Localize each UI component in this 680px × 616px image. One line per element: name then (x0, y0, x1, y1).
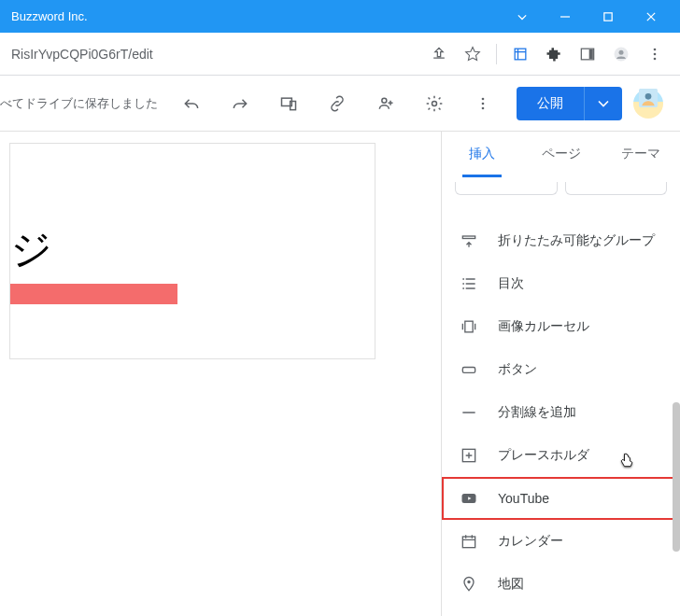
svg-point-13 (482, 97, 485, 100)
tab-indicator (462, 175, 502, 177)
insert-item-placeholder[interactable]: プレースホルダ (442, 434, 680, 477)
page-card[interactable]: ジ (9, 143, 375, 359)
insert-item-label: 地図 (498, 576, 524, 593)
tab-page[interactable]: ページ (521, 133, 601, 175)
insert-item-label: 画像カルーセル (498, 318, 589, 335)
collapse-icon (459, 231, 479, 251)
divider (496, 44, 497, 64)
svg-rect-23 (462, 537, 475, 548)
insert-item-label: 目次 (498, 275, 524, 292)
devices-preview-icon[interactable] (277, 92, 300, 115)
sites-extension-icon[interactable] (506, 40, 534, 68)
side-panel-icon[interactable] (574, 40, 602, 68)
more-icon[interactable] (472, 92, 494, 115)
svg-rect-19 (465, 321, 473, 332)
insert-list: 折りたたみ可能なグループ目次画像カルーセルボタン分割線を追加プレースホルダYou… (442, 219, 680, 606)
browser-menu-icon[interactable] (641, 40, 669, 68)
placeholder-icon (459, 445, 479, 466)
svg-rect-3 (589, 49, 593, 59)
main-area: ジ 挿入 ページ テーマ 折りたたみ可能なグループ目次画像カルーセルボタン分割線… (0, 132, 680, 616)
window-maximize[interactable] (587, 0, 630, 33)
svg-point-5 (619, 49, 624, 54)
save-status: べてドライブに保存しました (0, 95, 158, 112)
link-icon[interactable] (326, 92, 348, 115)
svg-point-7 (654, 52, 657, 55)
svg-point-11 (382, 98, 387, 103)
carousel-icon (459, 316, 479, 337)
svg-point-6 (654, 48, 657, 50)
redo-icon[interactable] (229, 92, 251, 115)
publish-button[interactable]: 公開 (517, 87, 584, 120)
calendar-icon (459, 531, 479, 552)
window-controls (501, 0, 673, 33)
selected-block-highlight[interactable] (10, 284, 177, 304)
extensions-icon[interactable] (540, 40, 568, 68)
svg-rect-18 (462, 236, 475, 239)
toc-icon (459, 273, 479, 294)
window-dropdown[interactable] (501, 0, 544, 33)
insert-item-map[interactable]: 地図 (442, 563, 680, 606)
publish-button-group: 公開 (517, 87, 622, 120)
svg-rect-0 (604, 12, 612, 20)
insert-item-label: 折りたたみ可能なグループ (498, 232, 655, 249)
share-icon[interactable] (425, 40, 453, 68)
svg-rect-20 (462, 368, 475, 373)
sub-card[interactable] (565, 182, 668, 195)
insert-item-calendar[interactable]: カレンダー (442, 520, 680, 563)
button-icon (459, 359, 479, 380)
svg-rect-1 (515, 49, 526, 60)
gear-icon[interactable] (423, 92, 446, 115)
insert-item-collapsible-group[interactable]: 折りたたみ可能なグループ (442, 219, 680, 262)
profile-icon[interactable] (607, 40, 635, 68)
editor-canvas[interactable]: ジ (0, 132, 441, 616)
svg-point-8 (654, 57, 657, 60)
browser-address-bar: RisIrYvpCQPi0G6rT/edit (0, 33, 680, 76)
insert-item-youtube[interactable]: YouTube (442, 477, 680, 520)
sub-card[interactable] (455, 182, 558, 195)
publish-dropdown[interactable] (584, 87, 622, 120)
svg-point-15 (482, 106, 485, 109)
insert-item-label: プレースホルダ (498, 447, 589, 464)
window-close[interactable] (630, 0, 673, 33)
svg-point-14 (482, 102, 485, 105)
svg-point-12 (432, 101, 437, 105)
tab-theme[interactable]: テーマ (601, 133, 680, 175)
tab-insert[interactable]: 挿入 (442, 133, 521, 175)
svg-point-17 (645, 93, 652, 100)
youtube-icon (459, 488, 479, 509)
url-text[interactable]: RisIrYvpCQPi0G6rT/edit (11, 47, 425, 62)
scrollbar-thumb[interactable] (673, 402, 680, 552)
insert-item-divider[interactable]: 分割線を追加 (442, 391, 680, 434)
undo-icon[interactable] (180, 92, 203, 115)
insert-item-label: ボタン (498, 361, 537, 378)
side-panel: 挿入 ページ テーマ 折りたたみ可能なグループ目次画像カルーセルボタン分割線を追… (441, 132, 680, 616)
window-minimize[interactable] (544, 0, 587, 33)
map-icon (459, 574, 479, 595)
insert-item-button[interactable]: ボタン (442, 348, 680, 391)
insert-item-label: 分割線を追加 (498, 404, 576, 421)
insert-item-toc[interactable]: 目次 (442, 262, 680, 305)
app-toolbar: べてドライブに保存しました 公開 (0, 76, 680, 132)
sub-cards-row (442, 176, 680, 195)
insert-item-label: YouTube (498, 491, 549, 506)
avatar[interactable] (633, 89, 663, 119)
svg-point-24 (467, 581, 470, 583)
add-person-icon[interactable] (375, 92, 397, 115)
star-icon[interactable] (459, 40, 487, 68)
insert-item-image-carousel[interactable]: 画像カルーセル (442, 305, 680, 348)
side-tabs: 挿入 ページ テーマ (442, 132, 680, 176)
page-heading[interactable]: ジ (10, 222, 52, 277)
divider-icon (459, 402, 479, 423)
insert-item-label: カレンダー (498, 533, 563, 550)
window-titlebar: Buzzword Inc. (0, 0, 680, 33)
window-title: Buzzword Inc. (11, 9, 88, 23)
